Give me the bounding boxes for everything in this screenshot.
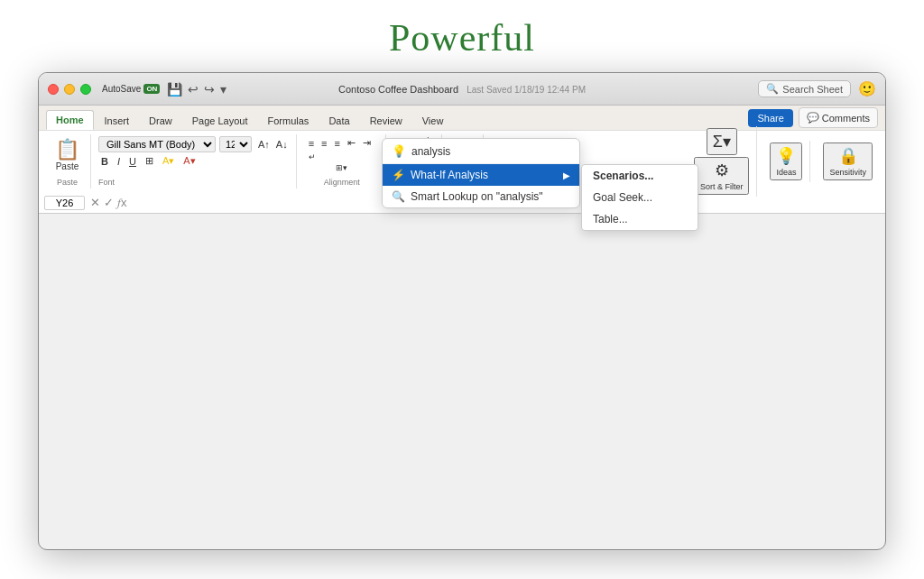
autosave-label: AutoSave ON xyxy=(102,84,160,94)
autosave-state: ON xyxy=(143,84,160,94)
underline-button[interactable]: U xyxy=(126,155,139,168)
gen-button[interactable]: Gen xyxy=(451,136,476,150)
file-info: Last Saved 1/18/19 12:44 PM xyxy=(467,85,586,95)
indent-decrease-button[interactable]: ⇤ xyxy=(345,136,358,150)
border-button[interactable]: ⊞ xyxy=(143,154,156,168)
filter-icon: ⚙ xyxy=(715,161,729,180)
file-name: Contoso Coffee Dashboard xyxy=(338,84,458,95)
increase-font-button[interactable]: A↑ xyxy=(255,138,273,151)
sensitivity-group: 🔒 Sensitivity xyxy=(816,141,880,182)
italic-button[interactable]: I xyxy=(115,155,123,168)
align-group-label: Alignment xyxy=(324,178,360,187)
decrease-font-button[interactable]: A↓ xyxy=(273,138,291,151)
tab-page-layout[interactable]: Page Layout xyxy=(183,112,257,130)
highlight-button[interactable]: A▾ xyxy=(160,154,177,168)
autosum-button[interactable]: Σ▾ xyxy=(707,128,737,155)
paste-label: Paste xyxy=(57,178,78,187)
tab-draw[interactable]: Draw xyxy=(140,112,181,130)
maximize-button[interactable] xyxy=(80,84,91,95)
smiley-icon[interactable]: 🙂 xyxy=(858,80,876,97)
percent-button[interactable]: % xyxy=(407,145,421,158)
sigma-icon: Σ▾ xyxy=(713,132,731,152)
formula-bar: ✕ ✓ 𝑓x xyxy=(39,192,885,214)
traffic-lights xyxy=(48,84,91,95)
ideas-button[interactable]: 💡 Ideas xyxy=(770,142,802,180)
autosum-group: Σ▾ ⚙ Sort & Filter xyxy=(687,126,758,197)
cell-reference[interactable] xyxy=(44,196,85,210)
paste-button[interactable]: 📋 Paste xyxy=(51,136,83,173)
sensitivity-icon: 🔒 xyxy=(838,146,858,166)
styles-group-label: Styles xyxy=(452,178,475,187)
minimize-button[interactable] xyxy=(64,84,75,95)
sort-filter-button[interactable]: ⚙ Sort & Filter xyxy=(694,157,750,195)
window-title: Contoso Coffee Dashboard Last Saved 1/18… xyxy=(338,84,586,95)
tab-data[interactable]: Data xyxy=(319,112,358,130)
align-group: ≡ ≡ ≡ ⇤ ⇥ ↵ ⊞▾ Alignment xyxy=(299,134,386,188)
submenu-item-scenarios[interactable]: Scenarios... xyxy=(582,165,698,187)
number-group-label: Number xyxy=(400,178,429,187)
font-color-button[interactable]: A▾ xyxy=(180,154,198,168)
align-center-button[interactable]: ≡ xyxy=(319,136,329,150)
paste-group: 📋 Paste Paste xyxy=(44,134,91,188)
bold-button[interactable]: B xyxy=(98,155,111,168)
ribbon-right-top: Share 💬 Comments xyxy=(748,107,878,130)
save-icon[interactable]: 💾 xyxy=(167,82,182,96)
comment-icon: 💬 xyxy=(807,112,819,124)
tab-review[interactable]: Review xyxy=(361,112,411,130)
font-group: Gill Sans MT (Body) 12 A↑ A↓ B I U ⊞ A▾ … xyxy=(93,134,297,188)
page-title: Powerful xyxy=(389,0,535,72)
toolbar-icons: 💾 ↩ ↪ ▾ xyxy=(167,82,226,96)
close-button[interactable] xyxy=(48,84,59,95)
ribbon-right-buttons: Σ▾ ⚙ Sort & Filter 💡 Ideas 🔒 Sensitivity xyxy=(687,134,880,188)
ribbon-content: 📋 Paste Paste Gill Sans MT (Body) 12 A↑ … xyxy=(39,131,885,192)
search-box[interactable]: 🔍 Search Sheet xyxy=(758,80,851,97)
align-left-button[interactable]: ≡ xyxy=(306,136,317,150)
ideas-group: 💡 Ideas xyxy=(762,141,810,182)
font-row-2: B I U ⊞ A▾ A▾ xyxy=(98,154,291,168)
tab-formulas[interactable]: Formulas xyxy=(259,112,319,130)
search-icon: 🔍 xyxy=(766,83,779,95)
tab-home[interactable]: Home xyxy=(46,110,94,130)
ideas-icon: 💡 xyxy=(776,146,796,166)
comments-button[interactable]: 💬 Comments xyxy=(799,107,878,128)
arrow-icon: ▶ xyxy=(563,170,570,180)
more-icon[interactable]: ▾ xyxy=(220,82,226,96)
align-right-button[interactable]: ≡ xyxy=(332,136,343,150)
paste-icon: 📋 xyxy=(55,138,79,161)
search-label: Search Sheet xyxy=(782,84,843,95)
share-button[interactable]: Share xyxy=(748,109,792,127)
sensitivity-button[interactable]: 🔒 Sensitivity xyxy=(823,142,873,180)
title-bar-right: 🔍 Search Sheet 🙂 xyxy=(758,80,876,97)
indent-increase-button[interactable]: ⇥ xyxy=(360,136,374,150)
font-row-1: Gill Sans MT (Body) 12 A↑ A↓ xyxy=(98,136,291,152)
styles-group: Gen Styles xyxy=(444,134,484,188)
title-bar: AutoSave ON 💾 ↩ ↪ ▾ Contoso Coffee Dashb… xyxy=(39,73,885,106)
merge-button[interactable]: ⊞▾ xyxy=(333,162,350,173)
font-group-label: Font xyxy=(98,178,291,187)
formula-dividers: ✕ ✓ 𝑓x xyxy=(90,196,127,210)
wrap-button[interactable]: ↵ xyxy=(306,152,319,162)
number-group: General % Number xyxy=(388,134,442,188)
tab-view[interactable]: View xyxy=(413,112,453,130)
ribbon-tabs: Home Insert Draw Page Layout Formulas Da… xyxy=(39,106,885,131)
redo-icon[interactable]: ↪ xyxy=(204,82,215,96)
font-family-select[interactable]: Gill Sans MT (Body) xyxy=(98,136,216,152)
undo-icon[interactable]: ↩ xyxy=(188,82,199,96)
font-size-select[interactable]: 12 xyxy=(219,136,252,152)
excel-window: AutoSave ON 💾 ↩ ↪ ▾ Contoso Coffee Dashb… xyxy=(38,72,886,550)
tab-insert[interactable]: Insert xyxy=(96,112,139,130)
